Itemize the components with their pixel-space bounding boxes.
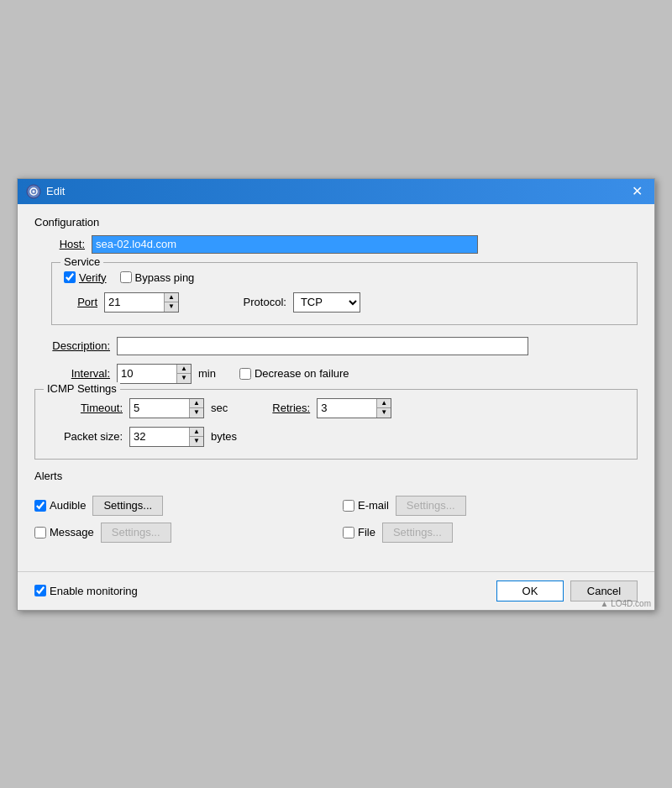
port-spinner-buttons: ▲ ▼ [164,293,178,312]
email-checkbox-wrapper: E-mail [343,499,389,512]
message-row: Message Settings... [34,523,329,543]
ok-button[interactable]: OK [496,580,564,602]
description-label: Description: [34,339,110,352]
bypass-ping-wrapper: Bypass ping [120,271,195,284]
edit-dialog: Edit ✕ Configuration Host: Service Verif… [17,178,655,611]
audible-label: Audible [50,499,86,512]
timeout-row: Timeout: ▲ ▼ sec Retries: ▲ ▼ [47,398,625,418]
host-input[interactable] [92,235,478,254]
packet-size-spinner-buttons: ▲ ▼ [189,428,203,446]
bypass-ping-label: Bypass ping [135,271,195,284]
protocol-label: Protocol: [236,296,286,308]
enable-monitoring-label: Enable monitoring [50,585,138,597]
service-group: Service Verify Bypass ping Port [51,262,638,325]
interval-up-button[interactable]: ▲ [177,365,191,374]
dialog-body: Configuration Host: Service Verify B [18,204,654,571]
service-row1: Verify Bypass ping [64,271,625,284]
packet-size-row: Packet size: ▲ ▼ bytes [47,427,625,447]
file-row: File Settings... [343,523,638,543]
message-checkbox[interactable] [34,527,46,538]
dialog-title: Edit [46,185,65,197]
email-row: E-mail Settings... [343,496,638,516]
enable-monitoring-checkbox[interactable] [34,585,46,596]
timeout-label: Timeout: [47,402,123,414]
alerts-grid: Audible Settings... E-mail Settings... [34,489,638,549]
host-row: Host: [34,235,638,254]
retries-down-button[interactable]: ▼ [377,408,391,418]
message-label: Message [50,526,94,538]
message-checkbox-wrapper: Message [34,526,94,538]
port-group: Port ▲ ▼ [64,292,179,313]
retries-spinner-buttons: ▲ ▼ [376,399,391,418]
file-settings-button[interactable]: Settings... [382,523,453,543]
packet-size-input[interactable] [130,428,189,446]
service-row2: Port ▲ ▼ Protocol: TCP [64,292,625,313]
close-button[interactable]: ✕ [628,185,646,198]
timeout-up-button[interactable]: ▲ [190,399,203,408]
retries-input[interactable] [318,399,376,418]
verify-checkbox[interactable] [64,271,76,283]
port-up-button[interactable]: ▲ [165,293,178,302]
interval-spinner-buttons: ▲ ▼ [176,365,191,383]
port-input[interactable] [105,293,164,312]
description-row: Description: [34,337,638,355]
enable-monitoring-wrapper: Enable monitoring [34,585,138,597]
packet-size-down-button[interactable]: ▼ [190,437,203,446]
retries-spinner: ▲ ▼ [317,398,391,418]
service-group-title: Service [60,255,103,268]
configuration-section: Configuration Host: Service Verify B [34,216,638,384]
email-label: E-mail [358,499,389,512]
alerts-section: Alerts Audible Settings... E-mail [34,470,638,549]
interval-input[interactable] [118,365,176,383]
email-checkbox[interactable] [343,500,354,512]
icmp-group: ICMP Settings Timeout: ▲ ▼ sec Retries: … [34,389,638,460]
decrease-on-failure-checkbox[interactable] [239,368,251,380]
interval-down-button[interactable]: ▼ [177,374,191,383]
alerts-label: Alerts [34,470,638,482]
timeout-spinner: ▲ ▼ [129,398,204,418]
configuration-label: Configuration [34,216,638,229]
interval-label: Interval: [34,367,110,380]
decrease-on-failure-wrapper: Decrease on failure [239,367,349,380]
dialog-icon [26,184,41,199]
packet-size-spinner: ▲ ▼ [129,427,204,447]
packet-size-unit: bytes [211,430,237,443]
audible-row: Audible Settings... [34,496,329,516]
timeout-down-button[interactable]: ▼ [190,408,203,418]
file-checkbox[interactable] [343,527,354,538]
verify-checkbox-wrapper: Verify [64,271,107,284]
bypass-ping-checkbox[interactable] [120,271,132,283]
decrease-on-failure-label: Decrease on failure [255,367,349,380]
email-settings-button[interactable]: Settings... [396,496,466,516]
watermark: ▲ LO4D.com [601,599,651,608]
audible-settings-button[interactable]: Settings... [92,496,163,516]
message-settings-button[interactable]: Settings... [101,523,171,543]
retries-label: Retries: [260,402,310,414]
audible-checkbox[interactable] [34,500,46,512]
description-input[interactable] [117,337,528,355]
interval-row: Interval: ▲ ▼ min Decrease on failure [34,364,638,384]
timeout-unit: sec [211,402,228,414]
port-down-button[interactable]: ▼ [165,302,178,312]
timeout-input[interactable] [130,399,189,418]
audible-checkbox-wrapper: Audible [34,499,86,512]
port-spinner: ▲ ▼ [104,292,179,313]
retries-up-button[interactable]: ▲ [377,399,391,408]
file-checkbox-wrapper: File [343,526,375,538]
bottom-bar: Enable monitoring OK Cancel [18,571,654,610]
icmp-group-title: ICMP Settings [44,382,120,395]
host-label: Host: [34,238,85,250]
packet-size-label: Packet size: [47,430,123,443]
svg-point-2 [33,190,35,192]
interval-unit: min [198,367,216,380]
protocol-select[interactable]: TCP UDP ICMP [293,292,360,313]
protocol-group: Protocol: TCP UDP ICMP [236,292,360,313]
packet-size-up-button[interactable]: ▲ [190,428,203,437]
title-bar-left: Edit [26,184,65,199]
file-label: File [358,526,375,538]
interval-spinner: ▲ ▼ [117,364,192,384]
title-bar: Edit ✕ [18,179,654,204]
timeout-spinner-buttons: ▲ ▼ [189,399,203,418]
port-label: Port [64,296,97,308]
verify-label: Verify [79,271,107,284]
